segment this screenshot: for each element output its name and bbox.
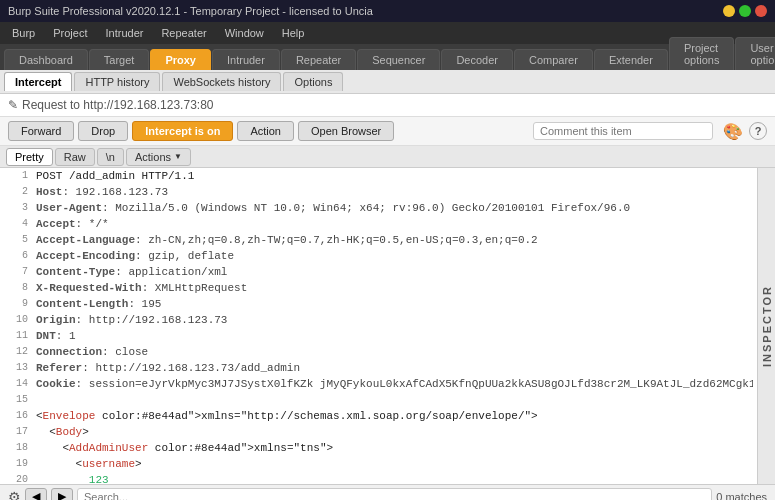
palette-icon[interactable]: 🎨 — [723, 122, 743, 141]
code-line-9: 9Content-Length: 195 — [0, 296, 757, 312]
menu-help[interactable]: Help — [274, 25, 313, 41]
menu-burp[interactable]: Burp — [4, 25, 43, 41]
search-input[interactable] — [77, 488, 712, 501]
line-number: 3 — [4, 200, 28, 216]
menu-window[interactable]: Window — [217, 25, 272, 41]
main-layout: 1POST /add_admin HTTP/1.12Host: 192.168.… — [0, 168, 775, 484]
line-number: 18 — [4, 440, 28, 456]
code-line-18: 18 <AddAdminUser color:#8e44ad">xmlns="t… — [0, 440, 757, 456]
tab-decoder[interactable]: Decoder — [441, 49, 513, 70]
line-number: 11 — [4, 328, 28, 344]
line-content: Accept: */* — [36, 216, 753, 232]
code-line-16: 16<Envelope color:#8e44ad">xmlns="http:/… — [0, 408, 757, 424]
help-icon[interactable]: ? — [749, 122, 767, 140]
code-area[interactable]: 1POST /add_admin HTTP/1.12Host: 192.168.… — [0, 168, 757, 484]
line-number: 17 — [4, 424, 28, 440]
line-number: 2 — [4, 184, 28, 200]
title-bar: Burp Suite Professional v2020.12.1 - Tem… — [0, 0, 775, 22]
actions-dropdown[interactable]: Actions — [126, 148, 191, 166]
code-line-7: 7Content-Type: application/xml — [0, 264, 757, 280]
tab-proxy[interactable]: Proxy — [150, 49, 211, 70]
tab-user-options[interactable]: User options — [735, 37, 775, 70]
line-content: Accept-Language: zh-CN,zh;q=0.8,zh-TW;q=… — [36, 232, 753, 248]
line-number: 20 — [4, 472, 28, 484]
content-tab-pretty[interactable]: Pretty — [6, 148, 53, 166]
close-button[interactable] — [755, 5, 767, 17]
tab-dashboard[interactable]: Dashboard — [4, 49, 88, 70]
tab-repeater[interactable]: Repeater — [281, 49, 356, 70]
comment-input[interactable] — [533, 122, 713, 140]
minimize-button[interactable] — [723, 5, 735, 17]
line-content: POST /add_admin HTTP/1.1 — [36, 168, 753, 184]
tab-comparer[interactable]: Comparer — [514, 49, 593, 70]
line-content: DNT: 1 — [36, 328, 753, 344]
line-content: Origin: http://192.168.123.73 — [36, 312, 753, 328]
title-bar-controls — [723, 5, 767, 17]
code-line-5: 5Accept-Language: zh-CN,zh;q=0.8,zh-TW;q… — [0, 232, 757, 248]
matches-label: 0 matches — [716, 491, 767, 501]
line-number: 4 — [4, 216, 28, 232]
line-content: <username> — [36, 456, 753, 472]
line-content: Cookie: session=eJyrVkpMyc3MJ7JSystX0lfK… — [36, 376, 753, 392]
tab-intruder[interactable]: Intruder — [212, 49, 280, 70]
line-number: 8 — [4, 280, 28, 296]
line-content: Content-Type: application/xml — [36, 264, 753, 280]
inspector-panel: INSPECTOR — [757, 168, 775, 484]
tab-extender[interactable]: Extender — [594, 49, 668, 70]
back-button[interactable]: ◀ — [25, 488, 47, 500]
line-number: 7 — [4, 264, 28, 280]
line-content: <AddAdminUser color:#8e44ad">xmlns="tns"… — [36, 440, 753, 456]
line-number: 14 — [4, 376, 28, 392]
action-bar: Forward Drop Intercept is on Action Open… — [0, 117, 775, 146]
line-number: 1 — [4, 168, 28, 184]
subtab-websockets-history[interactable]: WebSockets history — [162, 72, 281, 91]
line-content: Referer: http://192.168.123.73/add_admin — [36, 360, 753, 376]
line-number: 15 — [4, 392, 28, 408]
code-line-2: 2Host: 192.168.123.73 — [0, 184, 757, 200]
line-content: Content-Length: 195 — [36, 296, 753, 312]
open-browser-button[interactable]: Open Browser — [298, 121, 394, 141]
content-tab-raw[interactable]: Raw — [55, 148, 95, 166]
sub-tabs: Intercept HTTP history WebSockets histor… — [0, 70, 775, 94]
code-line-15: 15 — [0, 392, 757, 408]
menu-repeater[interactable]: Repeater — [153, 25, 214, 41]
maximize-button[interactable] — [739, 5, 751, 17]
line-number: 13 — [4, 360, 28, 376]
line-number: 10 — [4, 312, 28, 328]
line-number: 19 — [4, 456, 28, 472]
tab-sequencer[interactable]: Sequencer — [357, 49, 440, 70]
top-tabs: Dashboard Target Proxy Intruder Repeater… — [0, 44, 775, 70]
code-line-6: 6Accept-Encoding: gzip, deflate — [0, 248, 757, 264]
inspector-label: INSPECTOR — [761, 285, 773, 367]
subtab-intercept[interactable]: Intercept — [4, 72, 72, 91]
request-bar: ✎ Request to http://192.168.123.73:80 — [0, 94, 775, 117]
subtab-http-history[interactable]: HTTP history — [74, 72, 160, 91]
intercept-button[interactable]: Intercept is on — [132, 121, 233, 141]
tab-target[interactable]: Target — [89, 49, 150, 70]
code-line-14: 14Cookie: session=eJyrVkpMyc3MJ7JSystX0l… — [0, 376, 757, 392]
subtab-options[interactable]: Options — [283, 72, 343, 91]
edit-icon: ✎ — [8, 98, 18, 112]
code-line-8: 8X-Requested-With: XMLHttpRequest — [0, 280, 757, 296]
code-line-13: 13Referer: http://192.168.123.73/add_adm… — [0, 360, 757, 376]
line-content: <Envelope color:#8e44ad">xmlns="http://s… — [36, 408, 753, 424]
line-content: Host: 192.168.123.73 — [36, 184, 753, 200]
bottom-bar: ⚙ ◀ ▶ 0 matches — [0, 484, 775, 500]
line-content: X-Requested-With: XMLHttpRequest — [36, 280, 753, 296]
action-button[interactable]: Action — [237, 121, 294, 141]
forward-nav-button[interactable]: ▶ — [51, 488, 73, 500]
line-number: 12 — [4, 344, 28, 360]
drop-button[interactable]: Drop — [78, 121, 128, 141]
request-url: Request to http://192.168.123.73:80 — [22, 98, 213, 112]
menu-project[interactable]: Project — [45, 25, 95, 41]
code-line-3: 3User-Agent: Mozilla/5.0 (Windows NT 10.… — [0, 200, 757, 216]
gear-icon[interactable]: ⚙ — [8, 489, 21, 501]
tab-project-options[interactable]: Project options — [669, 37, 734, 70]
forward-button[interactable]: Forward — [8, 121, 74, 141]
line-content: 123 — [36, 472, 753, 484]
code-line-1: 1POST /add_admin HTTP/1.1 — [0, 168, 757, 184]
line-number: 16 — [4, 408, 28, 424]
content-tab-newline[interactable]: \n — [97, 148, 124, 166]
line-number: 6 — [4, 248, 28, 264]
menu-intruder[interactable]: Intruder — [98, 25, 152, 41]
